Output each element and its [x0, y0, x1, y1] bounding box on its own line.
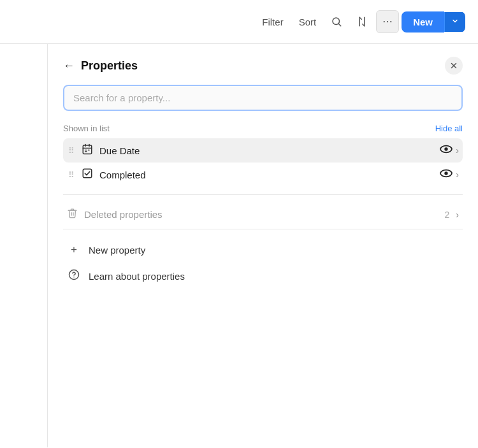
- property-list: ⠿ Due Date: [63, 138, 463, 187]
- question-icon: [67, 269, 81, 284]
- more-icon: [382, 16, 393, 27]
- new-button-chevron[interactable]: [444, 12, 465, 32]
- svg-rect-16: [83, 169, 92, 178]
- calendar-icon: [80, 143, 94, 157]
- shown-in-list-label: Shown in list: [63, 124, 110, 133]
- main-area: ← Properties Shown in list Hide all ⠿: [0, 44, 478, 447]
- chevron-down-icon: [451, 17, 459, 25]
- learn-properties-button[interactable]: Learn about properties: [63, 263, 463, 290]
- property-search-input[interactable]: [63, 85, 463, 111]
- property-name-completed: Completed: [99, 170, 434, 180]
- left-sidebar-border: [0, 44, 48, 447]
- visibility-icon-completed[interactable]: [439, 168, 453, 182]
- chevron-right-due-date[interactable]: ›: [456, 145, 459, 155]
- plus-icon: +: [67, 243, 81, 256]
- filter-label: Filter: [262, 17, 283, 27]
- divider: [63, 194, 463, 195]
- new-button-group: New: [402, 11, 465, 33]
- svg-point-2: [384, 21, 385, 22]
- bottom-actions: + New property Learn about properties: [63, 229, 463, 290]
- toolbar: Filter Sort New: [0, 0, 478, 44]
- search-icon: [331, 16, 342, 27]
- sort-label: Sort: [299, 17, 317, 27]
- search-button[interactable]: [325, 10, 348, 33]
- property-item-due-date[interactable]: ⠿ Due Date: [63, 138, 463, 163]
- properties-panel: ← Properties Shown in list Hide all ⠿: [48, 44, 478, 447]
- sort-button[interactable]: Sort: [293, 13, 323, 31]
- svg-point-0: [333, 18, 340, 25]
- deleted-properties-label: Deleted properties: [84, 209, 438, 220]
- filter-button[interactable]: Filter: [256, 13, 289, 31]
- close-button[interactable]: [445, 57, 463, 75]
- svg-point-3: [387, 21, 388, 22]
- property-item-completed[interactable]: ⠿ Completed ›: [63, 163, 463, 187]
- new-property-label: New property: [89, 245, 145, 256]
- svg-line-1: [339, 24, 341, 25]
- chevron-right-completed[interactable]: ›: [456, 170, 459, 180]
- visibility-icon-due-date[interactable]: [439, 144, 453, 157]
- property-actions-completed: ›: [439, 168, 459, 182]
- property-actions-due-date: ›: [439, 144, 459, 157]
- sort-arrows-icon: [356, 16, 368, 27]
- panel-title: Properties: [81, 59, 138, 73]
- svg-rect-7: [83, 145, 92, 154]
- panel-header: ← Properties: [63, 57, 463, 75]
- section-header: Shown in list Hide all: [63, 124, 463, 133]
- property-name-due-date: Due Date: [99, 145, 434, 156]
- back-button[interactable]: ←: [63, 59, 75, 73]
- new-button[interactable]: New: [402, 11, 444, 33]
- trash-icon: [67, 208, 78, 221]
- drag-handle-due-date[interactable]: ⠿: [67, 145, 75, 157]
- deleted-properties-row[interactable]: Deleted properties 2 ›: [63, 203, 463, 226]
- svg-point-15: [445, 147, 448, 150]
- learn-label: Learn about properties: [89, 271, 185, 282]
- checkbox-icon: [80, 168, 94, 182]
- svg-point-4: [390, 21, 391, 22]
- chevron-right-deleted[interactable]: ›: [456, 210, 459, 220]
- sort-arrows-button[interactable]: [351, 10, 373, 33]
- drag-handle-completed[interactable]: ⠿: [67, 169, 75, 181]
- hide-all-button[interactable]: Hide all: [435, 124, 463, 133]
- more-button[interactable]: [376, 10, 399, 33]
- new-property-button[interactable]: + New property: [63, 237, 463, 263]
- svg-point-18: [445, 171, 448, 175]
- panel-header-left: ← Properties: [63, 59, 138, 73]
- close-icon: [449, 61, 458, 70]
- deleted-count: 2: [445, 210, 450, 220]
